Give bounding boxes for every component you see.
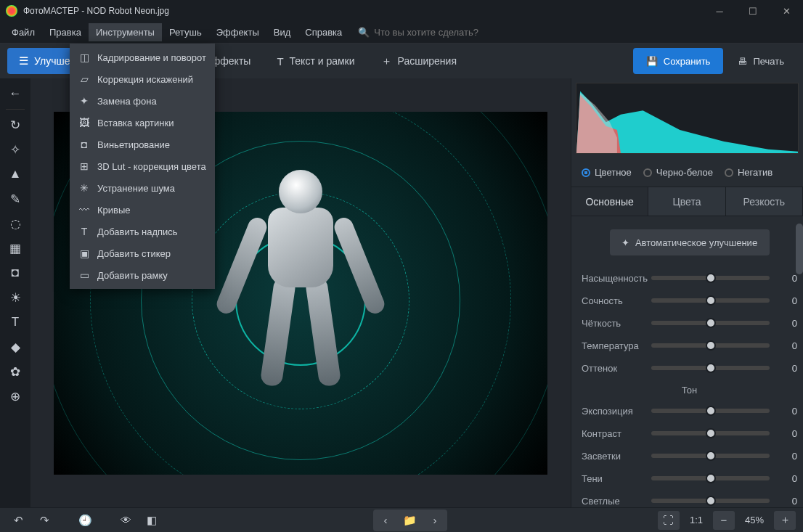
slider-value: 0	[775, 473, 797, 484]
dropdown-item[interactable]: 🖼Вставка картинки	[70, 112, 215, 134]
menu-view[interactable]: Вид	[266, 23, 298, 41]
colormode-bar: Цветное Черно-белое Негатив	[571, 158, 803, 187]
zoom-out-button[interactable]: −	[713, 511, 735, 530]
back-button[interactable]: ←	[3, 83, 28, 105]
slider-track[interactable]	[651, 409, 770, 413]
slider-track[interactable]	[651, 499, 770, 503]
menu-file[interactable]: Файл	[4, 23, 42, 41]
slider-thumb[interactable]	[706, 406, 716, 416]
dropdown-item[interactable]: 〰Кривые	[70, 199, 215, 221]
radio-color[interactable]: Цветное	[582, 167, 632, 178]
slider-track[interactable]	[651, 366, 770, 370]
left-toolbar: ← ↻ ✧ ▲ ✎ ◌ ▦ ◘ ☀ T ◆ ✿ ⊕	[0, 78, 30, 507]
tab-colors[interactable]: Цвета	[648, 187, 725, 216]
minimize-button[interactable]: ─	[703, 0, 736, 22]
dropdown-item[interactable]: ⊞3D Lut - коррекция цвета	[70, 155, 215, 177]
slider-label: Экспозиция	[582, 406, 651, 417]
slider-thumb[interactable]	[706, 318, 716, 328]
dropdown-item[interactable]: TДобавить надпись	[70, 221, 215, 242]
history-button[interactable]: 🕘	[74, 511, 96, 530]
menu-effects[interactable]: Эффекты	[209, 23, 266, 41]
vignette-icon[interactable]: ◘	[3, 262, 28, 284]
text-icon: T	[78, 226, 90, 237]
close-button[interactable]: ✕	[770, 0, 803, 22]
rotate-icon[interactable]: ↻	[3, 114, 28, 136]
slider-thumb[interactable]	[706, 496, 716, 506]
panel-tabs: Основные Цвета Резкость	[571, 187, 803, 216]
dropdown-item[interactable]: ▣Добавить стикер	[70, 242, 215, 264]
slider-thumb[interactable]	[706, 428, 716, 438]
dropdown-label: Виньетирование	[97, 139, 170, 150]
next-button[interactable]: ›	[424, 511, 446, 530]
auto-enhance-button[interactable]: ✦ Автоматическое улучшение	[610, 229, 770, 255]
slider-track[interactable]	[651, 476, 770, 480]
fill-icon[interactable]: ◆	[3, 336, 28, 358]
stamp-icon[interactable]: ▲	[3, 163, 28, 185]
slider-thumb[interactable]	[706, 273, 716, 283]
clone-icon[interactable]: ✿	[3, 361, 28, 382]
dropdown-item[interactable]: ▭Добавить рамку	[70, 264, 215, 286]
dropdown-item[interactable]: ◘Виньетирование	[70, 134, 215, 155]
zoom-in-button[interactable]: ＋	[774, 511, 796, 530]
slider-thumb[interactable]	[706, 340, 716, 351]
slider-thumb[interactable]	[706, 295, 716, 306]
scrollbar-thumb[interactable]	[796, 224, 803, 274]
slider-track[interactable]	[651, 454, 770, 458]
tab-sharp[interactable]: Резкость	[726, 187, 803, 216]
text-tool-icon[interactable]: T	[3, 311, 28, 333]
globe-icon[interactable]: ⊕	[3, 385, 28, 407]
dropdown-label: Коррекция искажений	[97, 74, 193, 85]
redo-button[interactable]: ↷	[33, 511, 55, 530]
dropdown-label: 3D Lut - коррекция цвета	[97, 161, 206, 172]
slider-label: Чёткость	[582, 318, 651, 329]
vignette-icon: ◘	[78, 139, 90, 150]
radio-negative[interactable]: Негатив	[725, 167, 773, 178]
compare-button[interactable]: ◧	[141, 511, 163, 530]
histogram[interactable]	[576, 83, 799, 154]
heal-icon[interactable]: ✧	[3, 139, 28, 160]
save-button[interactable]: 💾 Сохранить	[633, 48, 724, 74]
prev-button[interactable]: ‹	[375, 511, 396, 530]
tab-text-label: Текст и рамки	[290, 55, 355, 67]
slider-track[interactable]	[651, 431, 770, 435]
slider-thumb[interactable]	[706, 473, 716, 483]
slider-track[interactable]	[651, 276, 770, 280]
brush-tool-icon[interactable]: ✎	[3, 188, 28, 210]
slider-track[interactable]	[651, 321, 770, 325]
print-button[interactable]: 🖶 Печать	[726, 48, 796, 74]
dropdown-item[interactable]: ◫Кадрирование и поворот	[70, 46, 215, 68]
slider-track[interactable]	[651, 298, 770, 303]
slider-value: 0	[775, 295, 797, 306]
slider-thumb[interactable]	[706, 363, 716, 373]
dropdown-label: Добавить стикер	[97, 248, 171, 259]
radio-bw[interactable]: Черно-белое	[643, 167, 713, 178]
dropdown-item[interactable]: ✦Замена фона	[70, 90, 215, 112]
radial-icon[interactable]: ◌	[3, 213, 28, 234]
light-icon[interactable]: ☀	[3, 287, 28, 308]
undo-button[interactable]: ↶	[7, 511, 29, 530]
slider-track[interactable]	[651, 343, 770, 348]
slider-value: 0	[775, 363, 797, 374]
dropdown-label: Вставка картинки	[97, 118, 174, 128]
tab-extensions-label: Расширения	[398, 55, 457, 67]
eye-button[interactable]: 👁	[115, 511, 136, 530]
tab-main[interactable]: Основные	[571, 187, 648, 216]
menu-help[interactable]: Справка	[298, 23, 349, 41]
zoom-11[interactable]: 1:1	[690, 515, 703, 525]
slider-row: Температура0	[582, 335, 797, 356]
tab-text[interactable]: T Текст и рамки	[265, 48, 366, 74]
menu-edit[interactable]: Правка	[42, 23, 89, 41]
dropdown-item[interactable]: ▱Коррекция искажений	[70, 68, 215, 90]
search-input[interactable]	[374, 27, 519, 38]
menu-retouch[interactable]: Ретушь	[162, 23, 209, 41]
tab-extensions[interactable]: ＋ Расширения	[370, 48, 468, 74]
slider-value: 0	[775, 428, 797, 439]
fit-button[interactable]: ⛶	[658, 511, 680, 530]
titlebar: ФотоМАСТЕР - NOD Robot Neon.jpg ─ ☐ ✕	[0, 0, 803, 22]
menu-tools[interactable]: Инструменты	[89, 23, 162, 41]
gradient-icon[interactable]: ▦	[3, 237, 28, 259]
dropdown-item[interactable]: ✳Устранение шума	[70, 177, 215, 199]
folder-button[interactable]: 📁	[399, 511, 421, 530]
maximize-button[interactable]: ☐	[736, 0, 770, 22]
slider-thumb[interactable]	[706, 451, 716, 461]
